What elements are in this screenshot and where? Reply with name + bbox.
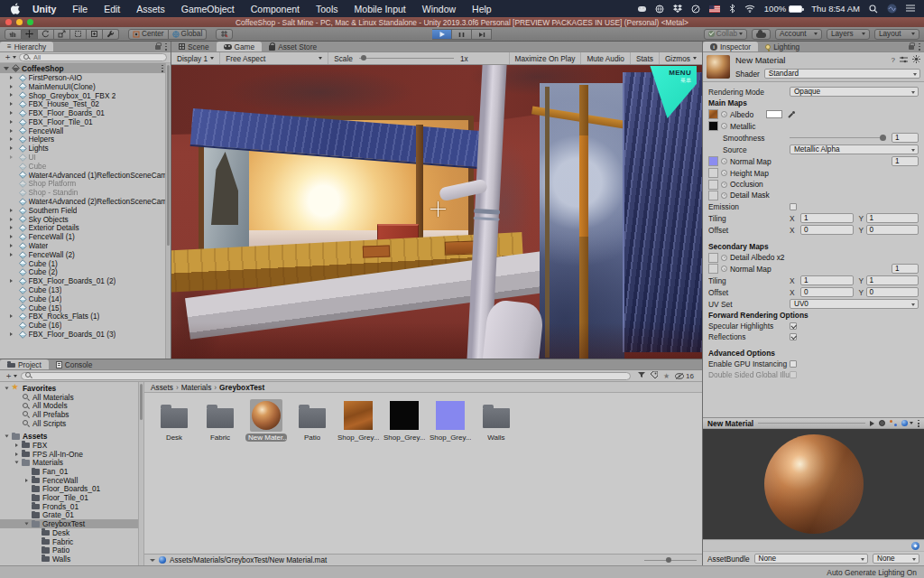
- hierarchy-item[interactable]: Cube (1): [0, 259, 171, 268]
- texture-picker-icon[interactable]: [721, 255, 727, 261]
- hierarchy-item[interactable]: MainMenuUI(Clone): [0, 82, 171, 91]
- preview-drag-handle[interactable]: [758, 423, 865, 424]
- game-viewport[interactable]: MENU 菜单: [171, 65, 702, 359]
- secondary-normal-thumb[interactable]: [708, 264, 718, 274]
- project-tree-scrollbar[interactable]: [138, 382, 144, 565]
- help-icon[interactable]: ?: [892, 56, 895, 64]
- pause-button[interactable]: [452, 29, 472, 40]
- display-dropdown[interactable]: Display 1: [171, 52, 219, 64]
- menubar-item[interactable]: Component: [243, 4, 308, 14]
- input-language-flag-icon[interactable]: [709, 5, 720, 13]
- asset-item[interactable]: Desk: [153, 399, 195, 554]
- expand-arrow-icon[interactable]: [5, 387, 9, 389]
- scale-slider-track[interactable]: [359, 58, 454, 59]
- play-button[interactable]: [432, 29, 452, 40]
- tiling-x-field[interactable]: 1: [800, 213, 854, 223]
- scale-tool-button[interactable]: [54, 29, 70, 40]
- asset-item[interactable]: Patio: [291, 399, 333, 554]
- collab-button[interactable]: Collab: [704, 29, 747, 40]
- hierarchy-item[interactable]: Helpers: [0, 135, 171, 144]
- hierarchy-item[interactable]: FirstPerson-AIO: [0, 73, 171, 82]
- tab-project[interactable]: Project: [0, 359, 49, 369]
- bluetooth-status-icon[interactable]: [729, 4, 735, 14]
- hierarchy-item[interactable]: Water4Advanced (1)ReflectionSceneCamera: [0, 171, 171, 180]
- hierarchy-item[interactable]: Sky Objects: [0, 215, 171, 224]
- hierarchy-item[interactable]: Cube (13): [0, 285, 171, 294]
- tiling2-x-field[interactable]: 1: [800, 275, 854, 285]
- hierarchy-item[interactable]: UI: [0, 153, 171, 162]
- expand-arrow-icon[interactable]: [10, 155, 13, 159]
- expand-arrow-icon[interactable]: [10, 332, 13, 336]
- hierarchy-item[interactable]: FenceWall (1): [0, 232, 171, 241]
- hierarchy-item[interactable]: Water4Advanced (2)ReflectionSceneCamera: [0, 197, 171, 206]
- project-tree-item[interactable]: All Prefabs: [0, 410, 138, 419]
- hierarchy-item[interactable]: FBX_Floor_Boards_01 (3): [0, 330, 171, 339]
- gizmos-dropdown[interactable]: Gizmos: [659, 52, 702, 64]
- zoom-window-button[interactable]: [27, 19, 33, 25]
- transform-tool-button[interactable]: [87, 29, 103, 40]
- pivot-toggle-button[interactable]: Center: [128, 29, 169, 40]
- scale-slider-knob[interactable]: [361, 55, 366, 61]
- offset2-y-field[interactable]: 0: [866, 287, 919, 297]
- asset-item[interactable]: Shop_Grey...: [337, 399, 379, 554]
- offset-y-field[interactable]: 0: [866, 225, 919, 235]
- preview-env-dropdown[interactable]: [901, 420, 913, 426]
- preview-menu-icon[interactable]: [918, 420, 919, 427]
- auto-generate-lighting-status[interactable]: Auto Generate Lighting On: [827, 568, 917, 577]
- secondary-normal-field[interactable]: 1: [892, 264, 919, 274]
- asset-item[interactable]: Shop_Grey...: [430, 399, 471, 554]
- create-gameobject-button[interactable]: ＋: [4, 51, 16, 63]
- minimize-window-button[interactable]: [16, 19, 23, 25]
- layout-dropdown[interactable]: Layout: [874, 29, 919, 40]
- menubar-item[interactable]: File: [64, 4, 96, 14]
- hierarchy-item[interactable]: FBX_Floor_Boards_01 (2): [0, 276, 171, 285]
- project-tree-item[interactable]: Floor_Boards_01: [0, 485, 138, 494]
- rect-tool-button[interactable]: [70, 29, 87, 40]
- detail-albedo-thumb[interactable]: [708, 253, 718, 263]
- siri-icon[interactable]: [887, 4, 897, 14]
- expand-arrow-icon[interactable]: [10, 244, 13, 247]
- hierarchy-item[interactable]: Southern Field: [0, 206, 171, 215]
- height-map-thumb[interactable]: [708, 168, 718, 178]
- expand-arrow-icon[interactable]: [10, 111, 13, 115]
- project-tree-item[interactable]: Fan_01: [0, 467, 138, 476]
- project-tree-item[interactable]: All Materials: [0, 393, 138, 402]
- favorites-search-icon[interactable]: ★: [663, 372, 670, 380]
- panel-menu-icon[interactable]: [165, 43, 167, 51]
- custom-tool-button[interactable]: [103, 29, 119, 40]
- preview-viewport[interactable]: [703, 429, 924, 539]
- asset-labels-icon[interactable]: [911, 542, 919, 550]
- hierarchy-item[interactable]: Shop Platform: [0, 180, 171, 189]
- asset-item[interactable]: New Mater...: [245, 399, 287, 554]
- search-by-type-icon[interactable]: [638, 371, 645, 380]
- project-tree-item[interactable]: FBX: [0, 441, 138, 450]
- tab-scene[interactable]: Scene: [171, 42, 217, 51]
- specular-checkbox[interactable]: [790, 322, 797, 330]
- create-asset-button[interactable]: ＋: [5, 370, 17, 382]
- game-controller-status-icon[interactable]: [638, 6, 646, 12]
- collapse-icon[interactable]: [150, 559, 155, 562]
- texture-picker-icon[interactable]: [721, 111, 727, 117]
- menubar-item[interactable]: Assets: [128, 4, 173, 14]
- hierarchy-item[interactable]: FBX_Floor_Boards_01: [0, 108, 171, 117]
- cloud-button[interactable]: [752, 29, 771, 40]
- hierarchy-item[interactable]: Cube (2): [0, 268, 171, 277]
- preview-header[interactable]: New Material: [703, 417, 924, 429]
- hierarchy-item[interactable]: Cube (15): [0, 303, 171, 312]
- occlusion-thumb[interactable]: [708, 180, 718, 190]
- hierarchy-item[interactable]: FenceWall (2): [0, 250, 171, 259]
- menubar-item[interactable]: Unity: [24, 4, 64, 14]
- expand-arrow-icon[interactable]: [10, 76, 13, 79]
- expand-arrow-icon[interactable]: [10, 226, 13, 229]
- offset-x-field[interactable]: 0: [800, 225, 854, 235]
- step-button[interactable]: [472, 29, 492, 40]
- menubar-item[interactable]: Edit: [96, 4, 128, 14]
- project-tree-item[interactable]: Fronds_01: [0, 502, 138, 511]
- hierarchy-scrollbar[interactable]: [165, 63, 171, 359]
- breadcrumb-materials[interactable]: Materials: [181, 383, 212, 392]
- dropbox-status-icon[interactable]: [673, 5, 682, 13]
- project-tree-item[interactable]: All Models: [0, 401, 138, 410]
- hierarchy-item[interactable]: FBX_Rocks_Flats (1): [0, 312, 171, 322]
- normal-scale-field[interactable]: 1: [892, 156, 919, 166]
- project-tree-item[interactable]: FenceWall: [0, 476, 138, 485]
